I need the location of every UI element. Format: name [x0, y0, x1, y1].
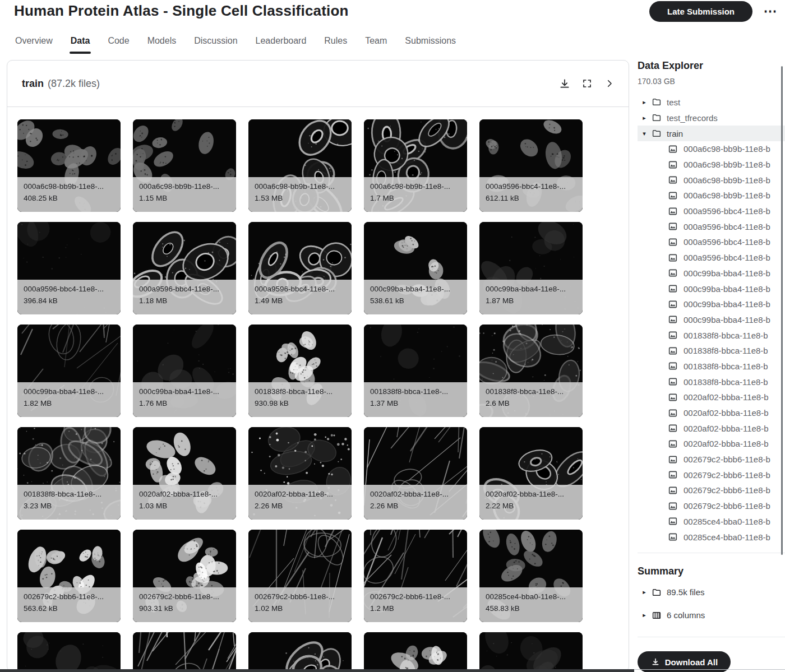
tree-file-item[interactable]: 000a9596-bbc4-11e8-b: [638, 234, 785, 250]
caret-icon[interactable]: ▸: [638, 611, 651, 619]
tree-folder-test_tfrecords[interactable]: ▸ test_tfrecords: [638, 110, 785, 126]
tree-file-name: 000a6c98-bb9b-11e8-b: [684, 175, 770, 185]
expand-icon[interactable]: [580, 77, 594, 90]
tree-file-name: 001838f8-bbca-11e8-b: [684, 331, 768, 340]
late-submission-button[interactable]: Late Submission: [649, 1, 752, 22]
sidebar-scrollbar[interactable]: [781, 66, 783, 555]
file-card[interactable]: 0020af02-bbba-11e8-... 2.26 MB: [364, 427, 467, 520]
file-card[interactable]: 00285ce4-bba0-11e8-... 458.83 kB: [479, 530, 583, 622]
summary-item[interactable]: ▸ 89.5k files: [638, 585, 785, 600]
file-card[interactable]: [17, 632, 121, 672]
tree-file-item[interactable]: 000c99ba-bba4-11e8-b: [638, 266, 785, 281]
tree-file-item[interactable]: 001838f8-bbca-11e8-b: [638, 359, 785, 374]
file-card[interactable]: 002679c2-bbb6-11e8-... 563.62 kB: [17, 530, 121, 622]
file-card[interactable]: 001838f8-bbca-11e8-... 2.6 MB: [479, 325, 583, 417]
tree-file-item[interactable]: 002679c2-bbb6-11e8-b: [638, 467, 785, 483]
file-card[interactable]: 000a9596-bbc4-11e8-... 1.18 MB: [133, 222, 236, 314]
tab-team[interactable]: Team: [364, 33, 388, 54]
file-card[interactable]: 0020af02-bbba-11e8-... 2.26 MB: [248, 427, 352, 520]
tab-submissions[interactable]: Submissions: [404, 33, 457, 54]
file-card[interactable]: 001838f8-bbca-11e8-... 930.98 kB: [248, 325, 352, 417]
tree-folder-train[interactable]: ▾ train: [638, 126, 785, 141]
file-count: (87.2k files): [48, 78, 100, 90]
tree-file-item[interactable]: 000c99ba-bba4-11e8-b: [638, 312, 785, 328]
file-card[interactable]: 000c99ba-bba4-11e8-... 538.61 kB: [364, 222, 467, 314]
file-card[interactable]: [248, 632, 352, 672]
horizontal-scrollbar[interactable]: [0, 669, 634, 672]
file-card[interactable]: 000c99ba-bba4-11e8-... 1.87 MB: [479, 222, 583, 314]
chevron-right-icon[interactable]: [603, 77, 616, 90]
caret-right-icon[interactable]: ▸: [638, 114, 651, 122]
tab-rules[interactable]: Rules: [323, 33, 348, 54]
file-card[interactable]: 002679c2-bbb6-11e8-... 903.31 kB: [133, 530, 236, 622]
file-card[interactable]: [479, 632, 583, 672]
file-card[interactable]: 0020af02-bbba-11e8-... 2.22 MB: [479, 427, 583, 520]
tab-code[interactable]: Code: [107, 33, 130, 54]
file-card[interactable]: [364, 632, 467, 672]
file-card[interactable]: 0020af02-bbba-11e8-... 1.03 MB: [133, 427, 236, 520]
tab-label: Leaderboard: [256, 36, 307, 45]
image-file-icon: [667, 345, 678, 356]
more-options-button[interactable]: ⋯: [758, 0, 783, 22]
tree-file-item[interactable]: 001838f8-bbca-11e8-b: [638, 327, 785, 343]
tree-file-item[interactable]: 000c99ba-bba4-11e8-b: [638, 296, 785, 312]
tree-file-item[interactable]: 000c99ba-bba4-11e8-b: [638, 281, 785, 296]
file-card[interactable]: 002679c2-bbb6-11e8-... 1.02 MB: [248, 530, 352, 622]
tree-file-item[interactable]: 002679c2-bbb6-11e8-b: [638, 452, 785, 467]
tree-file-item[interactable]: 000a6c98-bb9b-11e8-b: [638, 188, 785, 203]
file-size: 408.25 kB: [24, 194, 114, 202]
file-card[interactable]: 000a6c98-bb9b-11e8-... 1.53 MB: [248, 119, 352, 212]
caret-down-icon[interactable]: ▾: [638, 130, 651, 137]
file-card[interactable]: 001838f8-bbca-11e8-... 3.23 MB: [17, 427, 121, 520]
tab-leaderboard[interactable]: Leaderboard: [255, 33, 308, 54]
tree-folder-test[interactable]: ▸ test: [638, 94, 785, 110]
tab-label: Rules: [324, 36, 347, 45]
tree-file-item[interactable]: 000a9596-bbc4-11e8-b: [638, 219, 785, 234]
file-name: 000c99ba-bba4-11e8-...: [24, 387, 114, 396]
tree-file-item[interactable]: 0020af02-bbba-11e8-b: [638, 390, 785, 405]
tree-file-item[interactable]: 000a9596-bbc4-11e8-b: [638, 250, 785, 266]
file-card-label: 000c99ba-bba4-11e8-... 538.61 kB: [364, 280, 467, 314]
file-name: 000c99ba-bba4-11e8-...: [139, 387, 230, 396]
file-card[interactable]: [133, 632, 236, 672]
file-name: 000a6c98-bb9b-11e8-...: [255, 182, 345, 191]
file-card[interactable]: 000a9596-bbc4-11e8-... 1.49 MB: [248, 222, 352, 314]
tree-file-item[interactable]: 000a9596-bbc4-11e8-b: [638, 203, 785, 219]
tree-file-item[interactable]: 000a6c98-bb9b-11e8-b: [638, 172, 785, 188]
tree-file-item[interactable]: 002679c2-bbb6-11e8-b: [638, 498, 785, 514]
tree-file-item[interactable]: 002679c2-bbb6-11e8-b: [638, 483, 785, 498]
tree-file-item[interactable]: 0020af02-bbba-11e8-b: [638, 420, 785, 436]
folder-name: train: [667, 129, 683, 138]
tree-file-item[interactable]: 001838f8-bbca-11e8-b: [638, 374, 785, 390]
tree-file-item[interactable]: 000a6c98-bb9b-11e8-b: [638, 141, 785, 157]
tab-data[interactable]: Data: [70, 33, 91, 54]
tree-file-item[interactable]: 0020af02-bbba-11e8-b: [638, 436, 785, 452]
folder-icon: [651, 128, 662, 139]
tab-overview[interactable]: Overview: [14, 33, 54, 54]
tab-discussion[interactable]: Discussion: [193, 33, 238, 54]
file-card[interactable]: 002679c2-bbb6-11e8-... 1.2 MB: [364, 530, 467, 622]
file-card-label: 002679c2-bbb6-11e8-... 903.31 kB: [133, 587, 236, 622]
file-name: 002679c2-bbb6-11e8-...: [139, 592, 230, 601]
tree-file-item[interactable]: 0020af02-bbba-11e8-b: [638, 405, 785, 421]
image-file-icon: [667, 485, 678, 496]
file-size: 1.18 MB: [139, 296, 230, 305]
file-card[interactable]: 000a9596-bbc4-11e8-... 612.11 kB: [479, 119, 583, 212]
file-card[interactable]: 001838f8-bbca-11e8-... 1.37 MB: [364, 325, 467, 417]
summary-item[interactable]: ▸ 6 columns: [638, 608, 785, 623]
caret-right-icon[interactable]: ▸: [638, 99, 651, 106]
tree-file-item[interactable]: 000a6c98-bb9b-11e8-b: [638, 157, 785, 173]
tree-file-item[interactable]: 00285ce4-bba0-11e8-b: [638, 514, 785, 530]
file-card[interactable]: 000a6c98-bb9b-11e8-... 408.25 kB: [17, 119, 121, 212]
file-card[interactable]: 000a6c98-bb9b-11e8-... 1.7 MB: [364, 119, 467, 212]
download-icon[interactable]: [558, 77, 571, 90]
file-card[interactable]: 000c99ba-bba4-11e8-... 1.82 MB: [17, 325, 121, 417]
tab-models[interactable]: Models: [146, 33, 178, 54]
tree-file-item[interactable]: 001838f8-bbca-11e8-b: [638, 343, 785, 359]
file-card[interactable]: 000a9596-bbc4-11e8-... 396.84 kB: [17, 222, 121, 314]
file-card[interactable]: 000a6c98-bb9b-11e8-... 1.15 MB: [133, 119, 236, 212]
file-card[interactable]: 000c99ba-bba4-11e8-... 1.76 MB: [133, 325, 236, 417]
caret-icon[interactable]: ▸: [638, 588, 651, 596]
file-card-label: 000a6c98-bb9b-11e8-... 1.7 MB: [364, 177, 467, 212]
tree-file-item[interactable]: 00285ce4-bba0-11e8-b: [638, 529, 785, 545]
